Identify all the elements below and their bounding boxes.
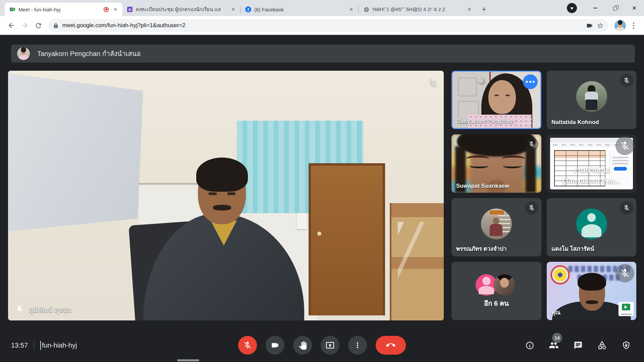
- cabinet: [390, 203, 444, 320]
- new-tab-button[interactable]: +: [479, 4, 489, 14]
- pin-icon: [15, 306, 23, 314]
- camera-toggle-button[interactable]: [266, 336, 284, 355]
- tile-presentation[interactable]: งานนำเสนอ (Tanyakorn Pen...: [547, 134, 636, 193]
- raise-hand-button[interactable]: [293, 336, 312, 355]
- clock-time: 13:57: [11, 342, 28, 349]
- camera-in-use-icon[interactable]: [586, 22, 593, 29]
- mic-off-icon: [620, 201, 633, 215]
- presenting-banner: Tanyakorn Pengchan กำลังนำเสนอ: [11, 45, 635, 63]
- tile-more-options-button[interactable]: [523, 74, 538, 89]
- tab-close-icon[interactable]: ✕: [112, 6, 119, 13]
- forward-button[interactable]: [18, 19, 32, 32]
- facebook-favicon: f: [245, 6, 251, 12]
- participant-count-badge: 14: [552, 333, 562, 343]
- participants-button[interactable]: 14: [544, 336, 564, 355]
- tile-tangmo[interactable]: แตงโม โสภารัตน์: [547, 198, 636, 256]
- school-logo: [550, 265, 570, 285]
- projector-screen: [8, 73, 143, 233]
- leave-call-button[interactable]: [376, 336, 406, 355]
- tab-close-icon[interactable]: ✕: [229, 6, 237, 13]
- tab-title: Meet - fun-hiah-hyj: [18, 7, 101, 12]
- presenting-text: Tanyakorn Pengchan กำลังนำเสนอ: [37, 48, 141, 59]
- tab-meet[interactable]: Meet - fun-hiah-hyj ✕: [5, 3, 122, 16]
- tab-title: %8H!ˇ1 @#5"ˇ 5H@ฺI2 4 2! '4 2 2: [372, 5, 463, 13]
- tile-pannaphat[interactable]: พรรณภัทร ดวงจำปา: [451, 198, 541, 256]
- participant-head: [198, 162, 246, 224]
- tab-facebook[interactable]: f (6) Facebook ✕: [240, 3, 358, 16]
- minimize-button[interactable]: [586, 0, 605, 16]
- close-window-button[interactable]: ✕: [625, 0, 644, 16]
- address-bar[interactable]: meet.google.com/fun-hiah-hyj?pli=1&authu…: [48, 19, 608, 32]
- tile-name: แตงโม โสภารัตน์: [551, 244, 594, 253]
- tile-name: Tanyakorn Pengchan: [457, 118, 515, 125]
- taskbar-hint: [177, 359, 199, 361]
- present-screen-button[interactable]: [321, 336, 339, 355]
- profile-photo-avatar: [481, 208, 512, 239]
- initial-avatar: [576, 208, 607, 239]
- meeting-code: fun-hiah-hyj: [42, 342, 77, 349]
- forms-favicon: [127, 7, 132, 12]
- tile-name: คุณ: [551, 308, 560, 317]
- tile-name: งานนำเสนอ (Tanyakorn Pen...: [547, 165, 636, 186]
- tab-forms[interactable]: ลงทะเบียนประชุม ผู้ปกครองนักเรียน แล ✕: [122, 3, 240, 16]
- media-control-button[interactable]: [567, 3, 577, 13]
- tab-recording-indicator: [104, 7, 109, 12]
- window-controls: ✕: [567, 0, 644, 16]
- tab-close-icon[interactable]: ✕: [347, 6, 355, 13]
- site-lock-icon: [53, 23, 59, 28]
- tile-name: Suwapat Suankaew: [456, 183, 509, 189]
- wall-box: [297, 213, 307, 229]
- divider: [34, 341, 34, 350]
- participant-grid: Tanyakorn Pengchan Nattatida Kohnod: [451, 71, 636, 320]
- presenter-avatar: [17, 47, 30, 60]
- tile-nattatida[interactable]: Nattatida Kohnod: [547, 71, 636, 129]
- tile-you[interactable]: คุณ: [547, 262, 636, 320]
- browser-toolbar: meet.google.com/fun-hiah-hyj?pli=1&authu…: [0, 16, 644, 35]
- restore-button[interactable]: [605, 0, 625, 16]
- tile-name: Nattatida Kohnod: [551, 119, 599, 126]
- tab-strip: Meet - fun-hiah-hyj ✕ ลงทะเบียนประชุม ผู…: [0, 0, 644, 16]
- participant-name: ภูมิพัฒน์ สุขอุ่น: [29, 304, 72, 315]
- mic-off-icon: [525, 201, 538, 215]
- profile-avatar[interactable]: [614, 20, 626, 31]
- globe-favicon: [363, 6, 369, 12]
- tab-close-icon[interactable]: ✕: [466, 6, 473, 13]
- tab-other[interactable]: %8H!ˇ1 @#5"ˇ 5H@ฺI2 4 2! '4 2 2 ✕: [359, 3, 476, 16]
- tab-title: (6) Facebook: [254, 7, 344, 12]
- meet-page: Tanyakorn Pengchan กำลังนำเสนอ ภูมิพัฒน์: [0, 35, 644, 362]
- bookmark-star-icon[interactable]: [597, 22, 604, 29]
- tile-tanyakorn[interactable]: Tanyakorn Pengchan: [451, 71, 541, 129]
- text-caret: [40, 341, 41, 350]
- meet-favicon: [9, 6, 15, 12]
- chat-button[interactable]: [568, 336, 588, 355]
- mic-toggle-button[interactable]: [238, 336, 257, 355]
- mic-off-icon: [620, 74, 633, 87]
- main-video-tile[interactable]: ภูมิพัฒน์ สุขอุ่น: [8, 71, 444, 320]
- reload-button[interactable]: [32, 19, 45, 32]
- tile-suwapat[interactable]: Suwapat Suankaew: [451, 134, 541, 193]
- tab-title: ลงทะเบียนประชุม ผู้ปกครองนักเรียน แล: [136, 5, 226, 13]
- url-text: meet.google.com/fun-hiah-hyj?pli=1&authu…: [62, 22, 582, 29]
- chrome-window: Meet - fun-hiah-hyj ✕ ลงทะเบียนประชุม ผู…: [0, 0, 644, 362]
- chrome-menu-icon[interactable]: [628, 20, 639, 31]
- overflow-label: อีก 6 คน: [451, 298, 541, 309]
- back-button[interactable]: [5, 19, 18, 32]
- door: [309, 163, 385, 315]
- mic-off-icon: [428, 78, 438, 89]
- tile-name: พรรณภัทร ดวงจำปา: [456, 244, 506, 253]
- mic-off-icon: [615, 264, 634, 283]
- mic-off-icon: [615, 136, 634, 155]
- tile-overflow-count[interactable]: อีก 6 คน: [451, 262, 541, 320]
- more-options-button[interactable]: [348, 336, 367, 355]
- overflow-avatar: [494, 274, 515, 296]
- activities-button[interactable]: [592, 336, 612, 355]
- host-controls-button[interactable]: [616, 336, 636, 355]
- meeting-details-button[interactable]: [520, 336, 539, 355]
- mic-off-icon: [525, 137, 538, 151]
- meet-logo-card: [619, 302, 634, 316]
- profile-photo-avatar: [576, 81, 607, 112]
- meet-footer: 13:57 fun-hiah-hyj 14: [0, 328, 644, 362]
